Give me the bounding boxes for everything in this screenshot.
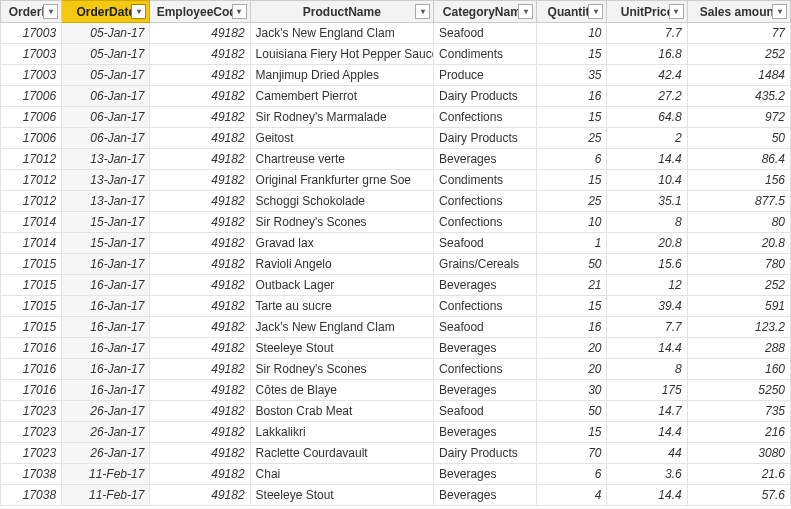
column-header-qty[interactable]: Quantity▾ xyxy=(537,1,607,23)
cell-product[interactable]: Sir Rodney's Scones xyxy=(250,359,433,380)
table-row[interactable]: 1701616-Jan-1749182Côtes de BlayeBeverag… xyxy=(1,380,791,401)
cell-qty[interactable]: 35 xyxy=(537,65,607,86)
cell-price[interactable]: 35.1 xyxy=(607,191,687,212)
cell-category[interactable]: Dairy Products xyxy=(434,128,537,149)
cell-orderDate[interactable]: 06-Jan-17 xyxy=(62,107,150,128)
cell-product[interactable]: Outback Lager xyxy=(250,275,433,296)
table-row[interactable]: 1700606-Jan-1749182GeitostDairy Products… xyxy=(1,128,791,149)
cell-sales[interactable]: 735 xyxy=(687,401,790,422)
table-row[interactable]: 1701213-Jan-1749182Original Frankfurter … xyxy=(1,170,791,191)
cell-sales[interactable]: 156 xyxy=(687,170,790,191)
cell-qty[interactable]: 15 xyxy=(537,422,607,443)
cell-empCode[interactable]: 49182 xyxy=(150,443,250,464)
cell-qty[interactable]: 20 xyxy=(537,338,607,359)
cell-empCode[interactable]: 49182 xyxy=(150,128,250,149)
table-row[interactable]: 1700305-Jan-1749182Louisiana Fiery Hot P… xyxy=(1,44,791,65)
cell-category[interactable]: Beverages xyxy=(434,380,537,401)
cell-product[interactable]: Lakkalikri xyxy=(250,422,433,443)
cell-product[interactable]: Ravioli Angelo xyxy=(250,254,433,275)
cell-sales[interactable]: 252 xyxy=(687,44,790,65)
cell-orderId[interactable]: 17003 xyxy=(1,23,62,44)
cell-empCode[interactable]: 49182 xyxy=(150,254,250,275)
cell-empCode[interactable]: 49182 xyxy=(150,149,250,170)
cell-product[interactable]: Boston Crab Meat xyxy=(250,401,433,422)
cell-category[interactable]: Seafood xyxy=(434,401,537,422)
cell-orderDate[interactable]: 16-Jan-17 xyxy=(62,317,150,338)
cell-category[interactable]: Beverages xyxy=(434,338,537,359)
cell-product[interactable]: Jack's New England Clam xyxy=(250,317,433,338)
chevron-down-icon[interactable]: ▾ xyxy=(43,4,58,19)
cell-price[interactable]: 64.8 xyxy=(607,107,687,128)
cell-orderId[interactable]: 17016 xyxy=(1,359,62,380)
cell-qty[interactable]: 16 xyxy=(537,86,607,107)
column-header-sales[interactable]: Sales amount▾ xyxy=(687,1,790,23)
cell-orderId[interactable]: 17016 xyxy=(1,380,62,401)
cell-qty[interactable]: 25 xyxy=(537,191,607,212)
cell-orderId[interactable]: 17016 xyxy=(1,338,62,359)
cell-product[interactable]: Sir Rodney's Scones xyxy=(250,212,433,233)
column-header-price[interactable]: UnitPrice▾ xyxy=(607,1,687,23)
table-row[interactable]: 1702326-Jan-1749182LakkalikriBeverages15… xyxy=(1,422,791,443)
cell-product[interactable]: Chartreuse verte xyxy=(250,149,433,170)
cell-category[interactable]: Beverages xyxy=(434,275,537,296)
table-row[interactable]: 1701516-Jan-1749182Outback LagerBeverage… xyxy=(1,275,791,296)
cell-price[interactable]: 8 xyxy=(607,212,687,233)
table-row[interactable]: 1701516-Jan-1749182Tarte au sucreConfect… xyxy=(1,296,791,317)
table-row[interactable]: 1701616-Jan-1749182Sir Rodney's SconesCo… xyxy=(1,359,791,380)
cell-orderId[interactable]: 17012 xyxy=(1,149,62,170)
cell-empCode[interactable]: 49182 xyxy=(150,107,250,128)
cell-orderId[interactable]: 17012 xyxy=(1,170,62,191)
cell-price[interactable]: 39.4 xyxy=(607,296,687,317)
cell-orderDate[interactable]: 16-Jan-17 xyxy=(62,254,150,275)
cell-qty[interactable]: 1 xyxy=(537,233,607,254)
cell-category[interactable]: Beverages xyxy=(434,464,537,485)
cell-orderDate[interactable]: 05-Jan-17 xyxy=(62,23,150,44)
cell-orderDate[interactable]: 16-Jan-17 xyxy=(62,275,150,296)
table-row[interactable]: 1701516-Jan-1749182Jack's New England Cl… xyxy=(1,317,791,338)
cell-orderId[interactable]: 17003 xyxy=(1,44,62,65)
table-row[interactable]: 1703811-Feb-1749182ChaiBeverages63.621.6 xyxy=(1,464,791,485)
cell-orderId[interactable]: 17006 xyxy=(1,107,62,128)
table-row[interactable]: 1703811-Feb-1749182Steeleye StoutBeverag… xyxy=(1,485,791,506)
cell-orderDate[interactable]: 11-Feb-17 xyxy=(62,485,150,506)
table-row[interactable]: 1700305-Jan-1749182Jack's New England Cl… xyxy=(1,23,791,44)
cell-sales[interactable]: 435.2 xyxy=(687,86,790,107)
cell-product[interactable]: Steeleye Stout xyxy=(250,485,433,506)
cell-sales[interactable]: 252 xyxy=(687,275,790,296)
cell-orderId[interactable]: 17006 xyxy=(1,86,62,107)
cell-sales[interactable]: 160 xyxy=(687,359,790,380)
cell-orderId[interactable]: 17015 xyxy=(1,296,62,317)
cell-category[interactable]: Seafood xyxy=(434,233,537,254)
cell-sales[interactable]: 123.2 xyxy=(687,317,790,338)
cell-category[interactable]: Beverages xyxy=(434,149,537,170)
cell-price[interactable]: 3.6 xyxy=(607,464,687,485)
table-row[interactable]: 1701415-Jan-1749182Sir Rodney's SconesCo… xyxy=(1,212,791,233)
column-header-category[interactable]: CategoryName▾ xyxy=(434,1,537,23)
table-row[interactable]: 1700606-Jan-1749182Sir Rodney's Marmalad… xyxy=(1,107,791,128)
cell-qty[interactable]: 25 xyxy=(537,128,607,149)
cell-orderId[interactable]: 17015 xyxy=(1,254,62,275)
cell-empCode[interactable]: 49182 xyxy=(150,422,250,443)
cell-product[interactable]: Camembert Pierrot xyxy=(250,86,433,107)
cell-orderId[interactable]: 17015 xyxy=(1,317,62,338)
cell-product[interactable]: Manjimup Dried Apples xyxy=(250,65,433,86)
column-header-product[interactable]: ProductName▾ xyxy=(250,1,433,23)
cell-product[interactable]: Sir Rodney's Marmalade xyxy=(250,107,433,128)
chevron-down-icon[interactable]: ▾ xyxy=(669,4,684,19)
cell-sales[interactable]: 288 xyxy=(687,338,790,359)
table-row[interactable]: 1700305-Jan-1749182Manjimup Dried Apples… xyxy=(1,65,791,86)
cell-orderDate[interactable]: 16-Jan-17 xyxy=(62,359,150,380)
cell-category[interactable]: Seafood xyxy=(434,317,537,338)
cell-empCode[interactable]: 49182 xyxy=(150,86,250,107)
cell-sales[interactable]: 591 xyxy=(687,296,790,317)
table-row[interactable]: 1700606-Jan-1749182Camembert PierrotDair… xyxy=(1,86,791,107)
cell-orderDate[interactable]: 16-Jan-17 xyxy=(62,296,150,317)
cell-price[interactable]: 7.7 xyxy=(607,23,687,44)
cell-sales[interactable]: 780 xyxy=(687,254,790,275)
cell-orderId[interactable]: 17038 xyxy=(1,485,62,506)
cell-orderDate[interactable]: 15-Jan-17 xyxy=(62,233,150,254)
cell-sales[interactable]: 50 xyxy=(687,128,790,149)
cell-empCode[interactable]: 49182 xyxy=(150,233,250,254)
cell-orderDate[interactable]: 26-Jan-17 xyxy=(62,401,150,422)
cell-price[interactable]: 14.7 xyxy=(607,401,687,422)
